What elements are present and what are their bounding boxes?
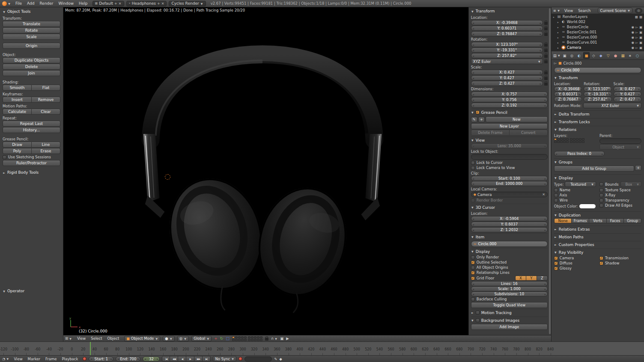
- decrement-arrow-icon[interactable]: ◂: [143, 357, 147, 360]
- decrement-arrow-icon[interactable]: ◂: [471, 21, 475, 24]
- item-panel-header[interactable]: ▼ Item: [471, 233, 548, 240]
- increment-arrow-icon[interactable]: ▸: [543, 223, 547, 226]
- menu-view[interactable]: View: [75, 336, 88, 341]
- checkbox-bounds[interactable]: Bounds: [599, 182, 619, 187]
- grease-pencil-panel-header[interactable]: ▼ ✓ Grease Pencil: [471, 109, 548, 116]
- layer-toggle[interactable]: [573, 141, 575, 143]
- increment-arrow-icon[interactable]: ▸: [543, 104, 547, 107]
- increment-arrow-icon[interactable]: ▸: [579, 88, 582, 91]
- cursor-panel-header[interactable]: ▼ 3D Cursor: [471, 204, 548, 211]
- expand-icon[interactable]: ▸: [558, 46, 560, 49]
- outliner-search-field[interactable]: ◎: [635, 8, 642, 13]
- expand-icon[interactable]: ▸: [558, 21, 560, 24]
- checkbox-wire[interactable]: Wire: [554, 198, 596, 203]
- convert-button[interactable]: Convert: [510, 130, 548, 136]
- select-arrow-icon[interactable]: ▻: [635, 41, 638, 45]
- layer-toggle[interactable]: [579, 141, 581, 143]
- frame-start-field[interactable]: ◂Start: 1▸: [89, 356, 113, 362]
- layer-toggle[interactable]: [235, 339, 238, 341]
- menu-file[interactable]: File: [13, 1, 24, 6]
- tool-button-delete[interactable]: Delete: [3, 64, 60, 70]
- lock-icon[interactable]: [544, 44, 548, 47]
- grid-scale-field[interactable]: ◂Scale: 1.000▸: [471, 286, 548, 291]
- layer-toggle[interactable]: [257, 339, 259, 341]
- decrement-arrow-icon[interactable]: ◂: [471, 93, 475, 96]
- menu-object[interactable]: Object: [105, 336, 122, 341]
- grid-axis-x[interactable]: X: [515, 276, 526, 281]
- layers-widget[interactable]: [232, 336, 262, 341]
- menu-help[interactable]: Help: [76, 1, 90, 6]
- record-icon[interactable]: [239, 357, 242, 361]
- tool-button-erase[interactable]: Erase: [32, 148, 60, 154]
- outliner-item-beziercurve-000[interactable]: ▸≈BezierCurve.000◉▻▣: [552, 35, 644, 40]
- tool-button-origin[interactable]: Origin: [3, 43, 60, 49]
- tool-button-history[interactable]: History...: [3, 127, 60, 133]
- layer-toggle[interactable]: [254, 336, 256, 338]
- select-arrow-icon[interactable]: ▻: [635, 25, 638, 29]
- cursor-y-field[interactable]: ◂Y: 0.6037▸: [471, 222, 548, 227]
- decrement-arrow-icon[interactable]: ◂: [471, 27, 475, 30]
- render-cam-icon[interactable]: ▣: [639, 25, 642, 29]
- checkbox-use-sketching-sessions[interactable]: Use Sketching Sessions: [3, 154, 60, 160]
- manipulator-translate-icon[interactable]: +: [214, 336, 218, 341]
- scene-tab[interactable]: ◎: [569, 52, 575, 59]
- grease-pencil-draw-icon[interactable]: ✎: [471, 117, 477, 122]
- layer-toggle[interactable]: [570, 141, 572, 143]
- lens-field[interactable]: ◂Lens: 35.000▸: [471, 143, 548, 148]
- increment-arrow-icon[interactable]: ▸: [543, 228, 547, 231]
- draw-type-dropdown[interactable]: Textured ▼: [565, 181, 596, 187]
- panel-header-custom-properties[interactable]: ►Custom Properties: [554, 241, 641, 248]
- tool-button-calculate[interactable]: Calculate: [3, 109, 32, 115]
- tool-button-smooth[interactable]: Smooth: [3, 85, 32, 91]
- decrement-arrow-icon[interactable]: ◂: [555, 98, 558, 101]
- layer-toggle[interactable]: [232, 339, 235, 341]
- decrement-arrow-icon[interactable]: ◂: [116, 357, 120, 360]
- increment-arrow-icon[interactable]: ▸: [539, 27, 543, 30]
- scale-x-field[interactable]: ◂X: 0.427▸: [471, 70, 543, 75]
- rotation-z-field[interactable]: ◂Z: 257.82°▸: [584, 97, 611, 102]
- outliner-item-beziercurve-001[interactable]: ▸≈BezierCurve.001◉▻▣: [552, 40, 644, 45]
- layer-toggle[interactable]: [248, 339, 250, 341]
- clip-end-field[interactable]: ◂End: 1000.000▸: [471, 181, 548, 186]
- layer-toggle[interactable]: [554, 141, 557, 143]
- jump-to-end-button[interactable]: ▶|: [203, 356, 211, 362]
- layer-toggle[interactable]: [579, 138, 581, 140]
- layer-toggle[interactable]: [557, 141, 560, 143]
- location-z-field[interactable]: ◂Z: 0.76847▸: [471, 31, 543, 36]
- grease-pencil-checkbox[interactable]: ✓: [476, 110, 480, 114]
- decrement-arrow-icon[interactable]: ◂: [614, 93, 618, 96]
- duplication-none[interactable]: None: [554, 218, 572, 223]
- image-icon[interactable]: ▦: [635, 15, 638, 19]
- decrement-arrow-icon[interactable]: ◂: [614, 98, 618, 101]
- decrement-arrow-icon[interactable]: ◂: [471, 54, 475, 57]
- manipulator-rotate-icon[interactable]: ↻: [220, 336, 224, 341]
- lock-icon[interactable]: [544, 55, 548, 58]
- transform-panel-header[interactable]: ▼ Transform: [554, 74, 641, 81]
- keying-set-field[interactable]: [244, 356, 272, 362]
- tool-button-repeat-last[interactable]: Repeat Last: [3, 121, 60, 127]
- frame-end-field[interactable]: ◂End: 700▸: [116, 356, 140, 362]
- checkbox-x-ray[interactable]: X-Ray: [599, 193, 641, 198]
- decrement-arrow-icon[interactable]: ◂: [471, 223, 475, 226]
- decrement-arrow-icon[interactable]: ◂: [471, 288, 475, 291]
- object-color-swatch[interactable]: [579, 204, 596, 209]
- orientation-dropdown[interactable]: Global ▼: [191, 336, 212, 341]
- editor-type-button[interactable]: ≡ ▼: [553, 9, 560, 13]
- toggle-quad-view-button[interactable]: Toggle Quad View: [471, 302, 548, 308]
- pass-index-field[interactable]: ◂Pass Index: 0▸: [554, 151, 605, 156]
- decrement-arrow-icon[interactable]: ◂: [584, 93, 588, 96]
- menu-render[interactable]: Render: [37, 1, 56, 6]
- layer-toggle[interactable]: [248, 336, 250, 338]
- snap-button[interactable]: ∩ ▼: [271, 336, 277, 341]
- add-image-button[interactable]: Add Image: [471, 324, 548, 330]
- scale-y-field[interactable]: ◂Y: 0.427▸: [471, 75, 543, 80]
- checkbox-lock-to-cursor[interactable]: Lock to Cursor: [471, 160, 548, 165]
- layer-toggle[interactable]: [254, 339, 256, 341]
- decrement-arrow-icon[interactable]: ◂: [471, 43, 475, 46]
- motion-tracking-panel-header[interactable]: ► Motion Tracking: [471, 309, 548, 316]
- increment-arrow-icon[interactable]: ▸: [543, 93, 547, 96]
- increment-arrow-icon[interactable]: ▸: [543, 288, 547, 291]
- location-y-field[interactable]: ◂Y: 0.60371▸: [554, 92, 582, 97]
- tool-button-line[interactable]: Line: [32, 142, 60, 148]
- parent-field[interactable]: [599, 138, 641, 144]
